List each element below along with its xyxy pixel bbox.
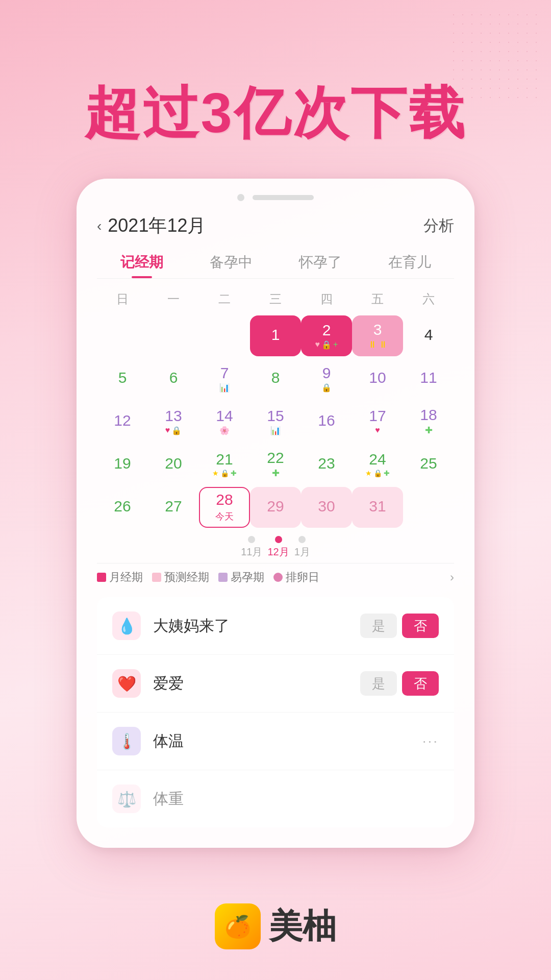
legend-fertile: 易孕期 bbox=[218, 570, 264, 585]
temp-more[interactable]: ··· bbox=[422, 733, 439, 749]
love-yes-no: 是 否 bbox=[360, 671, 439, 696]
day-20[interactable]: 20 bbox=[148, 444, 199, 485]
phone-top-bar bbox=[77, 194, 474, 201]
calendar-header: ‹ 2021年12月 分析 bbox=[97, 213, 454, 238]
love-label: 爱爱 bbox=[153, 673, 360, 694]
analysis-button[interactable]: 分析 bbox=[423, 215, 454, 236]
day-29[interactable]: 29 bbox=[250, 487, 301, 528]
weekday-tue: 二 bbox=[199, 287, 250, 311]
day-18[interactable]: 18 ✚ bbox=[403, 401, 454, 442]
weekday-row: 日 一 二 三 四 五 六 bbox=[97, 287, 454, 311]
day-27[interactable]: 27 bbox=[148, 487, 199, 528]
weekday-fri: 五 bbox=[352, 287, 403, 311]
tab-period[interactable]: 记经期 bbox=[112, 249, 171, 276]
period-label: 大姨妈来了 bbox=[153, 616, 360, 636]
days-grid: 1 2 ♥ 🔒 + 3 ⏸ ⏸ bbox=[97, 315, 454, 528]
weekday-sun: 日 bbox=[97, 287, 148, 311]
love-icon: ❤️ bbox=[112, 669, 141, 698]
legend-ovulation: 排卵日 bbox=[273, 570, 319, 585]
weekday-wed: 三 bbox=[250, 287, 301, 311]
header-left: ‹ 2021年12月 bbox=[97, 213, 206, 238]
legend-more-arrow[interactable]: › bbox=[450, 570, 454, 584]
tab-parenting[interactable]: 在育儿 bbox=[380, 249, 439, 276]
day-14[interactable]: 14 🌸 bbox=[199, 401, 250, 442]
day-11[interactable]: 11 bbox=[403, 358, 454, 399]
day-empty-3 bbox=[199, 315, 250, 356]
day-21[interactable]: 21 ★ 🔒 ✚ bbox=[199, 444, 250, 485]
period-yes-btn[interactable]: 是 bbox=[360, 614, 397, 638]
phone-dot bbox=[237, 194, 244, 201]
day-23[interactable]: 23 bbox=[301, 444, 352, 485]
temp-icon: 🌡️ bbox=[112, 727, 141, 755]
day-4[interactable]: 4 bbox=[403, 315, 454, 356]
day-7[interactable]: 7 📊 bbox=[199, 358, 250, 399]
phone-pill bbox=[253, 195, 314, 200]
day-9[interactable]: 9 🔒 bbox=[301, 358, 352, 399]
tab-pregnant[interactable]: 怀孕了 bbox=[291, 249, 350, 276]
list-item-weight[interactable]: ⚖️ 体重 bbox=[97, 770, 454, 827]
calendar-grid: 日 一 二 三 四 五 六 1 2 ♥ bbox=[97, 287, 454, 528]
pagination-dots: 11月 12月 1月 bbox=[97, 536, 454, 559]
phone-mockup: ‹ 2021年12月 分析 记经期 备孕中 怀孕了 在育儿 日 一 二 三 四 … bbox=[77, 179, 474, 848]
day-empty-1 bbox=[97, 315, 148, 356]
app-logo: 🍊 bbox=[215, 903, 261, 949]
day-17[interactable]: 17 ♥ bbox=[352, 401, 403, 442]
app-content: ‹ 2021年12月 分析 记经期 备孕中 怀孕了 在育儿 日 一 二 三 四 … bbox=[77, 213, 474, 827]
day-19[interactable]: 19 bbox=[97, 444, 148, 485]
weight-icon: ⚖️ bbox=[112, 785, 141, 813]
month-title: 2021年12月 bbox=[108, 213, 206, 238]
day-25[interactable]: 25 bbox=[403, 444, 454, 485]
weekday-sat: 六 bbox=[403, 287, 454, 311]
legend-period: 月经期 bbox=[97, 570, 143, 585]
day-2[interactable]: 2 ♥ 🔒 + bbox=[301, 315, 352, 356]
day-10[interactable]: 10 bbox=[352, 358, 403, 399]
list-item-temp[interactable]: 🌡️ 体温 ··· bbox=[97, 713, 454, 770]
tabs-row: 记经期 备孕中 怀孕了 在育儿 bbox=[97, 249, 454, 279]
love-no-btn[interactable]: 否 bbox=[402, 671, 439, 696]
tab-preparing[interactable]: 备孕中 bbox=[202, 249, 261, 276]
period-yes-no: 是 否 bbox=[360, 614, 439, 638]
day-15[interactable]: 15 📊 bbox=[250, 401, 301, 442]
day-30[interactable]: 30 bbox=[301, 487, 352, 528]
day-16[interactable]: 16 bbox=[301, 401, 352, 442]
app-name: 美柚 bbox=[269, 903, 336, 949]
period-icon: 💧 bbox=[112, 611, 141, 640]
day-13[interactable]: 13 ♥ 🔒 bbox=[148, 401, 199, 442]
day-6[interactable]: 6 bbox=[148, 358, 199, 399]
hero-title: 超过3亿次下载 bbox=[0, 76, 551, 152]
day-26[interactable]: 26 bbox=[97, 487, 148, 528]
legend-predicted: 预测经期 bbox=[152, 570, 209, 585]
legend-items: 月经期 预测经期 易孕期 排卵日 bbox=[97, 570, 319, 585]
weekday-mon: 一 bbox=[148, 287, 199, 311]
day-31[interactable]: 31 bbox=[352, 487, 403, 528]
day-28-today[interactable]: 28 今天 bbox=[199, 487, 250, 528]
weight-label: 体重 bbox=[153, 789, 439, 810]
day-empty-end bbox=[403, 487, 454, 528]
day-1[interactable]: 1 bbox=[250, 315, 301, 356]
page-jan[interactable]: 1月 bbox=[294, 536, 310, 559]
list-item-love[interactable]: ❤️ 爱爱 是 否 bbox=[97, 655, 454, 713]
day-24[interactable]: 24 ★ 🔒 ✚ bbox=[352, 444, 403, 485]
page-nov[interactable]: 11月 bbox=[241, 536, 262, 559]
period-no-btn[interactable]: 否 bbox=[402, 614, 439, 638]
day-22[interactable]: 22 ✚ bbox=[250, 444, 301, 485]
day-3[interactable]: 3 ⏸ ⏸ bbox=[352, 315, 403, 356]
bottom-list: 💧 大姨妈来了 是 否 ❤️ 爱爱 是 否 🌡️ 体温 ·· bbox=[97, 597, 454, 827]
day-5[interactable]: 5 bbox=[97, 358, 148, 399]
day-8[interactable]: 8 bbox=[250, 358, 301, 399]
app-footer: 🍊 美柚 bbox=[215, 903, 336, 949]
back-button[interactable]: ‹ bbox=[97, 218, 102, 234]
temp-label: 体温 bbox=[153, 731, 422, 752]
list-item-period[interactable]: 💧 大姨妈来了 是 否 bbox=[97, 597, 454, 655]
weekday-thu: 四 bbox=[301, 287, 352, 311]
day-empty-2 bbox=[148, 315, 199, 356]
love-yes-btn[interactable]: 是 bbox=[360, 671, 397, 696]
legend-row: 月经期 预测经期 易孕期 排卵日 › bbox=[97, 563, 454, 589]
day-12[interactable]: 12 bbox=[97, 401, 148, 442]
page-dec[interactable]: 12月 bbox=[267, 536, 289, 559]
